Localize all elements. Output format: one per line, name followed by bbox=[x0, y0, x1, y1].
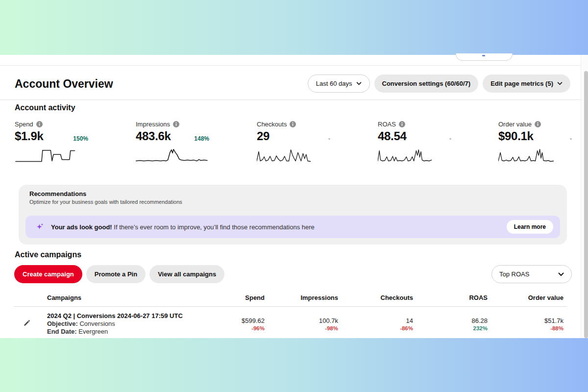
content-top-border bbox=[0, 65, 581, 66]
campaign-objective-value: Conversions bbox=[78, 320, 115, 327]
metric-change: - bbox=[328, 135, 330, 142]
metric-label: Impressions bbox=[136, 121, 170, 128]
info-icon[interactable] bbox=[399, 121, 405, 127]
header-actions: Last 60 days Conversion settings (60/60/… bbox=[308, 74, 570, 93]
metric-label: Order value bbox=[498, 121, 532, 128]
cell-order-value: $51.7k -88% bbox=[507, 317, 564, 332]
campaign-sort-dropdown[interactable]: Top ROAS bbox=[491, 265, 572, 283]
roas-sparkline bbox=[378, 147, 433, 166]
cell-impressions: 100.7k -98% bbox=[282, 317, 338, 332]
account-activity-heading: Account activity bbox=[15, 103, 75, 112]
col-header-roas: ROAS bbox=[431, 294, 488, 301]
learn-more-button[interactable]: Learn more bbox=[507, 220, 553, 234]
metric-impressions: Impressions 483.6k 148% bbox=[136, 120, 209, 144]
info-icon[interactable] bbox=[290, 121, 296, 127]
view-all-campaigns-button[interactable]: View all campaigns bbox=[149, 265, 224, 283]
metric-label-row: ROAS bbox=[378, 120, 451, 128]
order-value-sparkline bbox=[498, 147, 555, 166]
impressions-change: -98% bbox=[282, 325, 338, 332]
recommendations-message-rest: If there’s ever room to improve, you’ll … bbox=[112, 223, 315, 231]
spend-value: $599.62 bbox=[208, 317, 265, 324]
date-range-label: Last 60 days bbox=[316, 80, 352, 87]
recommendations-card: Recommendations Optimize for your busine… bbox=[19, 185, 567, 245]
cell-spend: $599.62 -96% bbox=[208, 317, 265, 332]
metric-value: $1.9k bbox=[15, 129, 44, 143]
campaign-end-date: End Date: Evergreen bbox=[47, 328, 183, 336]
metric-roas: ROAS 48.54 - bbox=[378, 120, 451, 144]
checkouts-change: -86% bbox=[357, 325, 413, 332]
info-icon[interactable] bbox=[535, 121, 541, 127]
campaign-end-date-label: End Date: bbox=[47, 328, 77, 335]
recommendations-title: Recommendations bbox=[29, 190, 86, 197]
col-header-campaigns: Campaigns bbox=[47, 294, 81, 301]
metric-label-row: Order value bbox=[498, 120, 572, 128]
date-range-dropdown[interactable]: Last 60 days bbox=[308, 74, 370, 93]
metric-label: ROAS bbox=[378, 121, 396, 128]
campaign-name: 2024 Q2 | Conversions 2024-06-27 17:59 U… bbox=[47, 312, 183, 320]
roas-change: 232% bbox=[431, 325, 488, 332]
top-gradient-band bbox=[0, 0, 588, 55]
order-value-value: $51.7k bbox=[507, 317, 564, 324]
recommendations-banner: Your ads look good! If there’s ever room… bbox=[25, 216, 560, 238]
impressions-value: 100.7k bbox=[282, 317, 338, 324]
vertical-scrollbar-track[interactable] bbox=[581, 55, 588, 338]
chevron-down-icon bbox=[558, 272, 564, 276]
metric-value: $90.1k bbox=[498, 129, 534, 143]
roas-value: 86.28 bbox=[431, 317, 488, 324]
metric-change: 150% bbox=[73, 135, 88, 142]
recommendations-message-bold: Your ads look good! bbox=[51, 223, 112, 231]
campaign-objective-label: Objective: bbox=[47, 320, 78, 327]
page-title: Account Overview bbox=[15, 77, 113, 91]
vertical-scrollbar-thumb[interactable] bbox=[584, 71, 588, 338]
col-header-spend: Spend bbox=[208, 294, 265, 301]
metric-change: - bbox=[570, 135, 572, 142]
clipped-top-button[interactable] bbox=[456, 53, 513, 61]
impressions-sparkline bbox=[136, 147, 208, 166]
spend-sparkline bbox=[15, 147, 81, 166]
edit-page-metrics-dropdown[interactable]: Edit page metrics (5) bbox=[483, 74, 570, 93]
checkouts-sparkline bbox=[257, 147, 312, 166]
metric-label-row: Impressions bbox=[136, 120, 209, 128]
create-campaign-button[interactable]: Create campaign bbox=[14, 265, 82, 283]
metric-label-row: Spend bbox=[15, 120, 88, 128]
campaign-sort-label: Top ROAS bbox=[499, 270, 529, 278]
info-icon[interactable] bbox=[36, 121, 43, 127]
metric-label-row: Checkouts bbox=[257, 120, 330, 128]
metric-checkouts: Checkouts 29 - bbox=[257, 120, 330, 144]
clipped-button-glyph bbox=[482, 55, 485, 56]
promote-pin-button[interactable]: Promote a Pin bbox=[86, 265, 146, 283]
recommendations-subtitle: Optimize for your business goals with ta… bbox=[29, 199, 182, 205]
conversion-settings-label: Conversion settings (60/60/7) bbox=[382, 80, 471, 87]
chevron-down-icon bbox=[557, 82, 563, 85]
metric-change: - bbox=[449, 135, 451, 142]
metric-label: Checkouts bbox=[257, 121, 287, 128]
col-header-checkouts: Checkouts bbox=[357, 294, 413, 301]
metric-value: 483.6k bbox=[136, 129, 171, 143]
table-header-divider bbox=[14, 306, 567, 307]
metric-value: 48.54 bbox=[378, 129, 407, 143]
sparkle-icon bbox=[36, 223, 44, 231]
metric-spend: Spend $1.9k 150% bbox=[15, 120, 88, 144]
metric-value: 29 bbox=[257, 129, 270, 143]
campaign-end-date-value: Evergreen bbox=[77, 328, 108, 335]
cell-checkouts: 14 -86% bbox=[357, 317, 413, 332]
col-header-impressions: Impressions bbox=[282, 294, 338, 301]
info-icon[interactable] bbox=[173, 121, 179, 127]
header-divider bbox=[0, 99, 581, 100]
conversion-settings-button[interactable]: Conversion settings (60/60/7) bbox=[374, 74, 479, 93]
metric-order-value: Order value $90.1k - bbox=[498, 120, 572, 144]
recommendations-message: Your ads look good! If there’s ever room… bbox=[51, 223, 315, 231]
campaign-actions: Create campaign Promote a Pin View all c… bbox=[14, 265, 224, 283]
chevron-down-icon bbox=[356, 82, 362, 85]
metric-label: Spend bbox=[15, 121, 33, 128]
edit-page-metrics-label: Edit page metrics (5) bbox=[490, 80, 553, 87]
spend-change: -96% bbox=[208, 325, 265, 332]
edit-pencil-icon[interactable] bbox=[23, 319, 30, 327]
active-campaigns-heading: Active campaigns bbox=[15, 250, 81, 259]
cell-roas: 86.28 232% bbox=[431, 317, 488, 332]
campaign-objective: Objective: Conversions bbox=[47, 320, 183, 328]
bottom-gradient-band bbox=[0, 338, 588, 392]
col-header-order-value: Order value bbox=[507, 294, 564, 301]
metric-change: 148% bbox=[194, 135, 209, 142]
campaign-info-cell[interactable]: 2024 Q2 | Conversions 2024-06-27 17:59 U… bbox=[47, 312, 183, 336]
